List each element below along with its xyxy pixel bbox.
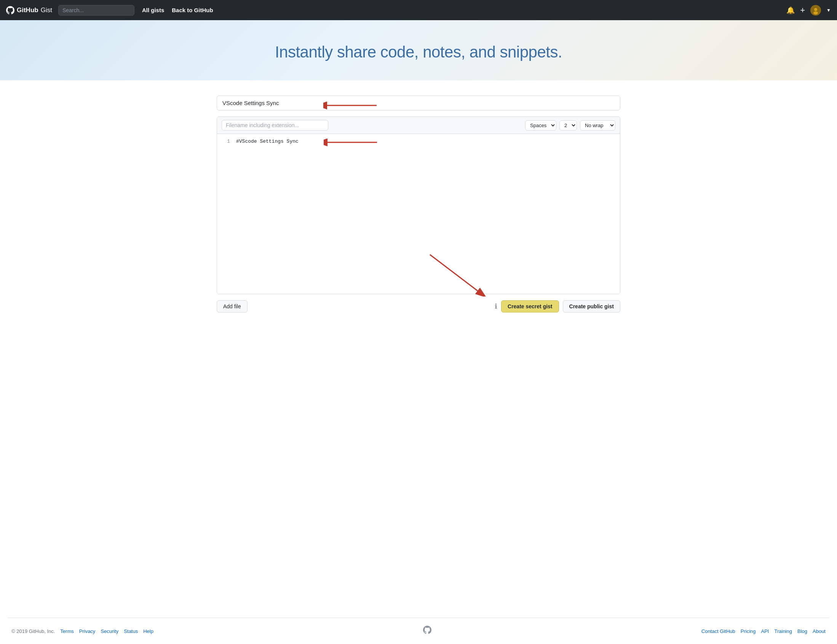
create-secret-gist-button[interactable]: Create secret gist (501, 300, 559, 313)
plus-icon[interactable]: + (800, 5, 805, 15)
footer-api-link[interactable]: API (761, 628, 769, 634)
main-content: Spaces Tabs 2 4 8 No wrap Soft wrap 1 #V… (209, 80, 628, 618)
info-icon[interactable]: ℹ (495, 302, 497, 311)
filename-input[interactable] (222, 120, 328, 131)
svg-point-1 (814, 8, 817, 11)
indent-select[interactable]: 2 4 8 (560, 120, 577, 131)
footer-training-link[interactable]: Training (774, 628, 792, 634)
line-number-1: 1 (217, 139, 236, 144)
footer-privacy-link[interactable]: Privacy (79, 628, 95, 634)
main-footer: © 2019 GitHub, Inc. Terms Privacy Securi… (0, 618, 837, 644)
back-to-github-link[interactable]: Back to GitHub (172, 7, 213, 13)
bell-icon[interactable]: 🔔 (786, 6, 795, 15)
spaces-select[interactable]: Spaces Tabs (525, 120, 556, 131)
copyright-text: © 2019 GitHub, Inc. (11, 628, 55, 634)
hero-section: Instantly share code, notes, and snippet… (0, 20, 837, 80)
gist-text: Gist (41, 7, 52, 14)
footer-pricing-link[interactable]: Pricing (741, 628, 756, 634)
line-content-1: #VScode Settings Sync (236, 139, 299, 144)
description-wrapper (217, 95, 620, 110)
footer-about-link[interactable]: About (812, 628, 826, 634)
footer-terms-link[interactable]: Terms (60, 628, 74, 634)
file-editor: Spaces Tabs 2 4 8 No wrap Soft wrap 1 #V… (217, 116, 620, 294)
footer-security-link[interactable]: Security (100, 628, 118, 634)
dropdown-chevron-icon[interactable]: ▼ (826, 8, 831, 13)
site-logo[interactable]: GitHub Gist (6, 6, 52, 15)
footer-right: Contact GitHub Pricing API Training Blog… (701, 628, 826, 634)
create-public-gist-button[interactable]: Create public gist (563, 300, 620, 313)
footer-help-link[interactable]: Help (143, 628, 153, 634)
main-header: GitHub Gist All gists Back to GitHub 🔔 +… (0, 0, 837, 20)
file-editor-header: Spaces Tabs 2 4 8 No wrap Soft wrap (217, 117, 620, 134)
all-gists-link[interactable]: All gists (142, 7, 164, 13)
header-right-actions: 🔔 + ▼ (786, 5, 831, 16)
main-nav: All gists Back to GitHub (142, 7, 213, 13)
add-file-button[interactable]: Add file (217, 300, 248, 313)
svg-point-2 (813, 11, 818, 15)
footer-left: © 2019 GitHub, Inc. Terms Privacy Securi… (11, 628, 153, 634)
gist-description-input[interactable] (217, 96, 620, 110)
search-input[interactable] (58, 5, 135, 16)
footer-contact-link[interactable]: Contact GitHub (701, 628, 735, 634)
hero-tagline: Instantly share code, notes, and snippet… (8, 43, 829, 61)
avatar[interactable] (810, 5, 821, 16)
footer-status-link[interactable]: Status (124, 628, 138, 634)
code-area[interactable]: 1 #VScode Settings Sync (217, 134, 620, 294)
bottom-row: Add file ℹ Create secret gist Create pub… (217, 300, 620, 313)
editor-options: Spaces Tabs 2 4 8 No wrap Soft wrap (525, 120, 615, 131)
wrap-select[interactable]: No wrap Soft wrap (580, 120, 615, 131)
footer-blog-link[interactable]: Blog (798, 628, 807, 634)
right-actions: ℹ Create secret gist Create public gist (495, 300, 620, 313)
code-line-1: 1 #VScode Settings Sync (217, 139, 620, 144)
footer-github-icon (423, 626, 432, 636)
github-text: GitHub (17, 7, 38, 14)
